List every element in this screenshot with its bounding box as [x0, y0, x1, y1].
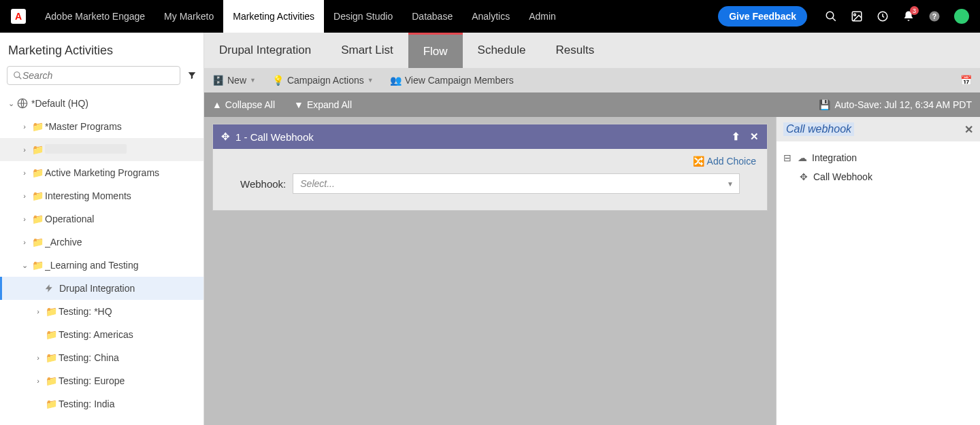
cloud-icon: ☁ [797, 152, 808, 163]
flow-step-title: 1 - Call Webhook [235, 131, 314, 143]
tree-label: *Master Programs [45, 121, 203, 132]
chevron-right-icon: › [19, 146, 30, 154]
expand-icon: ▼ [294, 99, 304, 110]
tree-folder[interactable]: 📁 Testing: Americas [0, 323, 203, 346]
new-menu[interactable]: 🗄️ New ▼ [212, 75, 256, 86]
chevron-right-icon: › [33, 354, 44, 362]
folder-icon: 📁 [44, 375, 59, 386]
tab-smart-list[interactable]: Smart List [326, 33, 408, 68]
tree-label: Testing: China [59, 352, 203, 363]
content-tabs: Drupal Integration Smart List Flow Sched… [204, 33, 980, 68]
search-input-wrapper[interactable] [7, 66, 180, 85]
tree-label: Testing: Europe [59, 375, 203, 386]
flow-step-header[interactable]: ✥ 1 - Call Webhook ⬆ ✕ [213, 124, 767, 149]
add-choice-button[interactable]: 🔀 Add Choice [224, 156, 756, 167]
new-label: New [227, 75, 246, 86]
tree-folder[interactable]: › 📁 Testing: China [0, 346, 203, 369]
tree: ⌄ *Default (HQ) › 📁 *Master Programs › 📁… [0, 92, 203, 415]
nav-marketing-activities[interactable]: Marketing Activities [223, 0, 324, 33]
tree-folder[interactable]: 📁 Testing: India [0, 392, 203, 415]
nav-analytics[interactable]: Analytics [462, 0, 519, 33]
add-choice-icon: 🔀 [693, 156, 704, 167]
folder-icon: 📁 [30, 237, 45, 248]
tree-folder[interactable]: › 📁 Interesting Moments [0, 184, 203, 207]
lightning-icon [44, 284, 59, 293]
history-icon[interactable] [877, 10, 889, 22]
move-icon: ✥ [798, 171, 809, 182]
chevron-right-icon: › [19, 238, 30, 246]
view-members-label: View Campaign Members [405, 75, 514, 86]
tree-root[interactable]: ⌄ *Default (HQ) [0, 92, 203, 115]
tree-folder[interactable]: › 📁 Testing: *HQ [0, 300, 203, 323]
palette-item-call-webhook[interactable]: ✥ Call Webhook [782, 167, 975, 186]
tree-folder[interactable]: › 📁 [0, 138, 203, 161]
nav-design-studio[interactable]: Design Studio [324, 0, 402, 33]
expand-all-button[interactable]: ▼ Expand All [294, 99, 352, 110]
action-toolbar: 🗄️ New ▼ 💡 Campaign Actions ▼ 👥 View Cam… [204, 68, 980, 92]
stack-icon: 🗄️ [212, 75, 224, 86]
right-panel-header: Call webhook ✕ [777, 117, 980, 141]
sidebar-title: Marketing Activities [0, 33, 203, 66]
flow-canvas: ✥ 1 - Call Webhook ⬆ ✕ 🔀 Add Choice Webh… [204, 117, 776, 425]
actions-label: Campaign Actions [287, 75, 364, 86]
tree-label: Operational [45, 214, 203, 224]
flow-step-body: 🔀 Add Choice Webhook: Select... ▼ [213, 149, 767, 210]
webhook-field-label: Webhook: [240, 178, 286, 190]
nav-admin[interactable]: Admin [519, 0, 566, 33]
nav-my-marketo[interactable]: My Marketo [154, 0, 223, 33]
people-icon: 👥 [390, 75, 402, 86]
tree-folder[interactable]: › 📁 _Archive [0, 231, 203, 254]
notifications-icon[interactable]: 3 [902, 10, 915, 22]
tree-item-drupal-integration[interactable]: Drupal Integration [0, 277, 203, 300]
main-area: Drupal Integration Smart List Flow Sched… [204, 33, 980, 425]
view-campaign-members-button[interactable]: 👥 View Campaign Members [390, 75, 514, 86]
palette-group-label: Integration [812, 152, 857, 163]
collapse-step-icon[interactable]: ⬆ [732, 131, 740, 143]
add-choice-label: Add Choice [707, 156, 756, 167]
calendar-icon[interactable]: 📅 [960, 75, 972, 86]
chevron-right-icon: › [19, 169, 30, 177]
notification-badge: 3 [910, 6, 919, 15]
folder-icon: 📁 [30, 260, 45, 271]
chevron-down-icon: ▼ [250, 77, 256, 84]
autosave-status: 💾 Auto-Save: Jul 12, 6:34 AM PDT [819, 99, 972, 110]
tree-folder[interactable]: › 📁 Testing: Europe [0, 369, 203, 392]
adobe-logo: A [11, 9, 26, 24]
search-icon[interactable] [825, 10, 837, 22]
chevron-down-icon: ▼ [727, 180, 734, 188]
campaign-actions-menu[interactable]: 💡 Campaign Actions ▼ [272, 75, 374, 86]
tree-label: Drupal Integration [59, 283, 203, 294]
chevron-right-icon: › [19, 192, 30, 200]
nav-database[interactable]: Database [402, 0, 462, 33]
chevron-right-icon: › [19, 122, 30, 131]
folder-icon: 📁 [44, 398, 59, 409]
svg-point-0 [826, 12, 834, 19]
collapse-all-button[interactable]: ▲ Collapse All [212, 99, 275, 110]
user-avatar[interactable] [954, 9, 969, 24]
lightbulb-icon: 💡 [272, 75, 284, 86]
chevron-down-icon: ⌄ [19, 261, 30, 270]
webhook-select[interactable]: Select... ▼ [293, 173, 740, 194]
help-icon[interactable]: ? [928, 10, 941, 22]
close-icon[interactable]: ✕ [964, 123, 973, 136]
search-icon [13, 71, 22, 80]
tree-folder-learning[interactable]: ⌄ 📁 _Learning and Testing [0, 254, 203, 277]
tree-folder[interactable]: › 📁 Operational [0, 207, 203, 231]
tree-folder[interactable]: › 📁 Active Marketing Programs [0, 161, 203, 184]
give-feedback-button[interactable]: Give Feedback [718, 6, 807, 27]
tree-folder[interactable]: › 📁 *Master Programs [0, 115, 203, 138]
palette-group-integration[interactable]: ⊟ ☁ Integration [782, 148, 975, 167]
collapse-icon: ▲ [212, 99, 222, 110]
collapse-label: Collapse All [225, 99, 275, 110]
search-input[interactable] [22, 70, 174, 81]
filter-icon[interactable] [187, 71, 197, 80]
image-icon[interactable] [851, 10, 863, 22]
remove-step-icon[interactable]: ✕ [750, 131, 759, 143]
tree-label: Testing: *HQ [59, 306, 203, 317]
tab-schedule[interactable]: Schedule [463, 33, 541, 68]
folder-icon: 📁 [30, 121, 45, 132]
right-panel: Call webhook ✕ ⊟ ☁ Integration ✥ Call We… [776, 117, 980, 425]
svg-point-3 [854, 14, 856, 16]
tab-results[interactable]: Results [540, 33, 609, 68]
tab-flow[interactable]: Flow [408, 33, 463, 68]
